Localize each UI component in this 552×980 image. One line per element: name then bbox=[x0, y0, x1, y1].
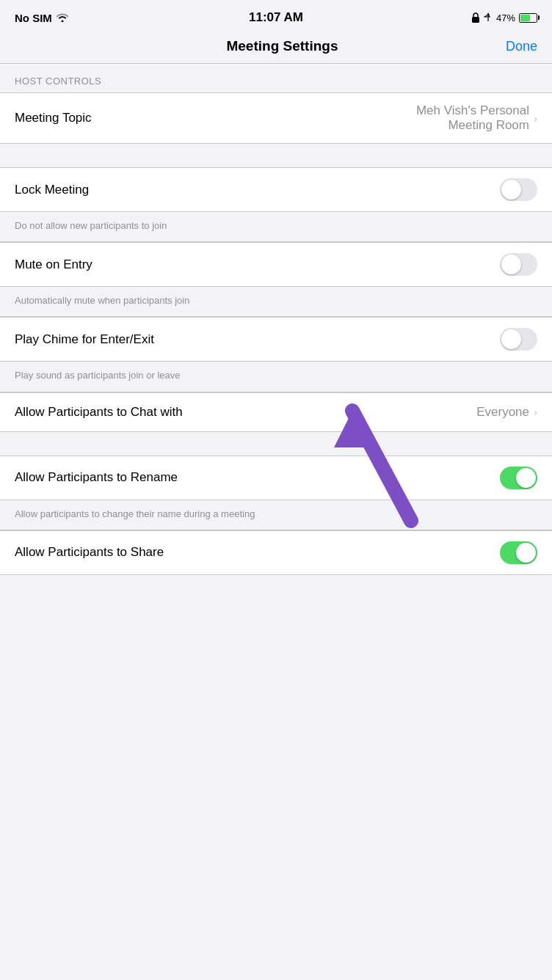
play-chime-label: Play Chime for Enter/Exit bbox=[15, 332, 154, 347]
meeting-topic-value: Meh Vish's Personal Meeting Room › bbox=[382, 103, 537, 133]
status-time: 11:07 AM bbox=[249, 10, 303, 25]
nav-header: Meeting Settings Done bbox=[0, 32, 552, 64]
lock-icon bbox=[471, 12, 480, 23]
page-title: Meeting Settings bbox=[59, 38, 506, 54]
svg-rect-0 bbox=[472, 17, 479, 23]
lock-meeting-toggle[interactable] bbox=[500, 178, 537, 201]
host-controls-section-header: HOST CONTROLS bbox=[0, 64, 552, 92]
play-chime-description: Play sound as participants join or leave bbox=[0, 362, 552, 392]
allow-share-label: Allow Participants to Share bbox=[15, 545, 164, 560]
allow-chat-group: Allow Participants to Chat with Everyone… bbox=[0, 392, 552, 432]
allow-share-toggle[interactable] bbox=[500, 541, 537, 564]
play-chime-row[interactable]: Play Chime for Enter/Exit bbox=[0, 318, 552, 361]
battery-icon bbox=[519, 13, 537, 23]
battery-percent: 47% bbox=[496, 12, 515, 23]
allow-chat-label: Allow Participants to Chat with bbox=[15, 405, 183, 420]
status-bar: No SIM 11:07 AM 47% bbox=[0, 0, 552, 32]
mute-on-entry-row[interactable]: Mute on Entry bbox=[0, 243, 552, 286]
allow-rename-row[interactable]: Allow Participants to Rename bbox=[0, 456, 552, 500]
allow-rename-group: Allow Participants to Rename bbox=[0, 456, 552, 500]
allow-chat-row[interactable]: Allow Participants to Chat with Everyone… bbox=[0, 393, 552, 431]
wifi-icon bbox=[57, 13, 68, 22]
allow-rename-description: Allow participants to change their name … bbox=[0, 500, 552, 530]
meeting-topic-group: Meeting Topic Meh Vish's Personal Meetin… bbox=[0, 92, 552, 144]
mute-on-entry-label: Mute on Entry bbox=[15, 257, 92, 272]
allow-share-group: Allow Participants to Share bbox=[0, 530, 552, 575]
lock-meeting-row[interactable]: Lock Meeting bbox=[0, 168, 552, 211]
allow-chat-chevron: › bbox=[534, 406, 537, 418]
play-chime-toggle[interactable] bbox=[500, 328, 537, 351]
allow-rename-label: Allow Participants to Rename bbox=[15, 470, 178, 485]
lock-meeting-group: Lock Meeting bbox=[0, 167, 552, 212]
location-icon bbox=[484, 12, 493, 23]
status-indicators: 47% bbox=[471, 12, 537, 23]
allow-rename-toggle[interactable] bbox=[500, 467, 537, 489]
lock-meeting-label: Lock Meeting bbox=[15, 183, 89, 197]
lock-meeting-description: Do not allow new participants to join bbox=[0, 212, 552, 242]
allow-share-row[interactable]: Allow Participants to Share bbox=[0, 531, 552, 574]
mute-on-entry-toggle[interactable] bbox=[500, 253, 537, 276]
meeting-topic-chevron: › bbox=[534, 112, 537, 125]
allow-chat-value: Everyone › bbox=[476, 405, 537, 420]
play-chime-group: Play Chime for Enter/Exit bbox=[0, 317, 552, 362]
done-button[interactable]: Done bbox=[506, 39, 537, 54]
status-carrier: No SIM bbox=[15, 12, 68, 24]
meeting-topic-current: Meh Vish's Personal Meeting Room bbox=[382, 103, 529, 133]
meeting-topic-row[interactable]: Meeting Topic Meh Vish's Personal Meetin… bbox=[0, 93, 552, 143]
mute-on-entry-description: Automatically mute when participants joi… bbox=[0, 287, 552, 317]
meeting-topic-label: Meeting Topic bbox=[15, 111, 92, 125]
carrier-label: No SIM bbox=[15, 12, 52, 24]
mute-on-entry-group: Mute on Entry bbox=[0, 242, 552, 287]
allow-chat-current: Everyone bbox=[476, 405, 529, 420]
